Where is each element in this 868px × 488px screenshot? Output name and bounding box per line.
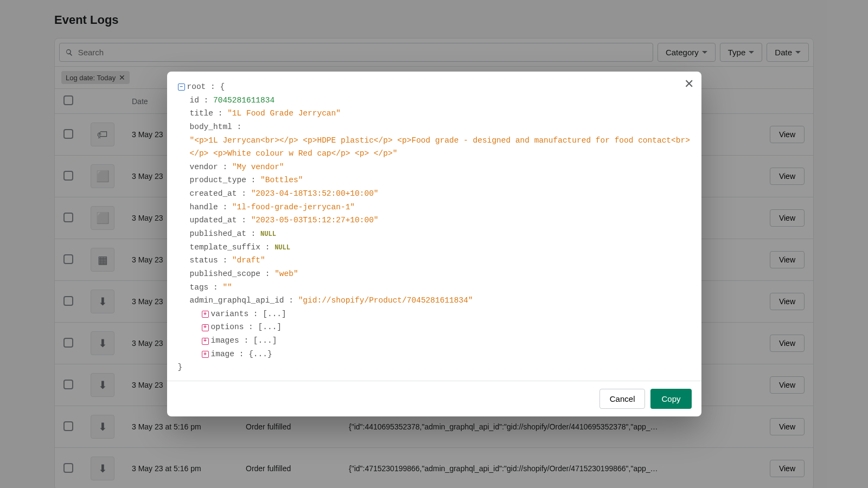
json-tree: −root : { id : 7045281611834 title : "1L… <box>167 72 701 381</box>
cancel-button[interactable]: Cancel <box>599 389 646 409</box>
close-icon[interactable]: ✕ <box>684 78 694 90</box>
expand-icon[interactable]: + <box>202 338 209 345</box>
expand-icon[interactable]: + <box>202 311 209 318</box>
modal-footer: Cancel Copy <box>167 381 701 416</box>
collapse-icon[interactable]: − <box>178 84 185 91</box>
expand-icon[interactable]: + <box>202 351 209 358</box>
json-modal: ✕ −root : { id : 7045281611834 title : "… <box>167 72 701 416</box>
modal-overlay[interactable]: ✕ −root : { id : 7045281611834 title : "… <box>0 0 868 488</box>
copy-button[interactable]: Copy <box>650 389 691 409</box>
expand-icon[interactable]: + <box>202 324 209 331</box>
